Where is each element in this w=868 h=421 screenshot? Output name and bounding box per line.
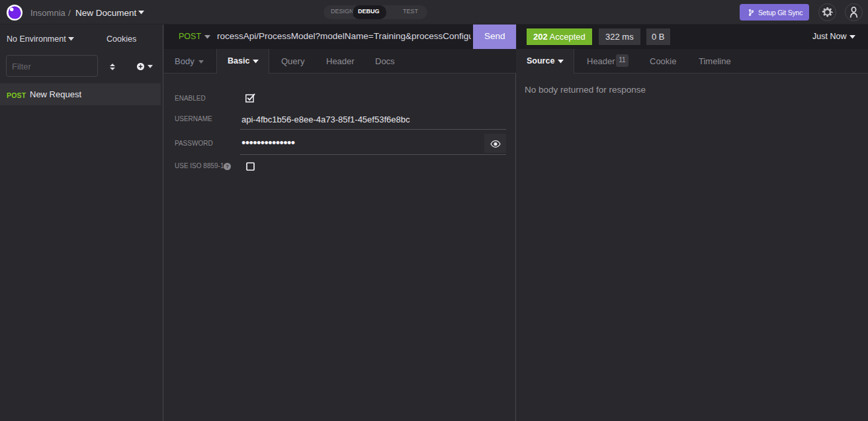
svg-text:?: ? (226, 164, 229, 169)
